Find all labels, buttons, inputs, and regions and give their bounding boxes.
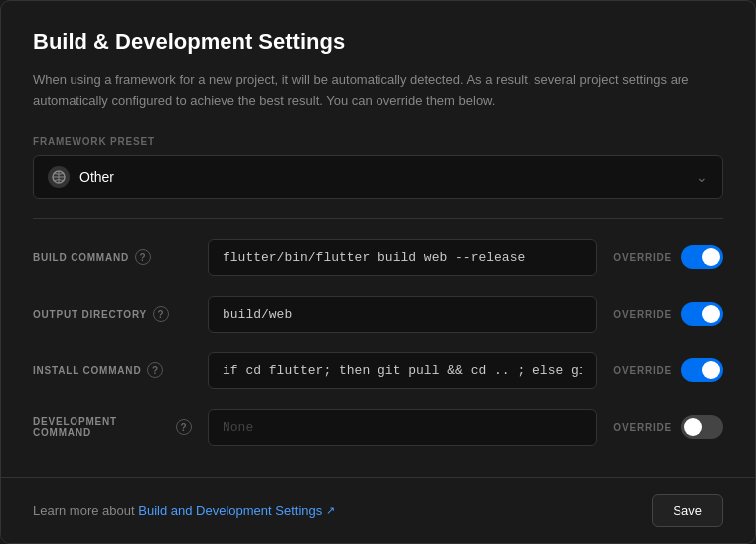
- toggle-install-command[interactable]: [681, 358, 723, 382]
- row-label-development-command: DEVELOPMENT COMMAND ?: [33, 416, 192, 438]
- settings-row-install-command: INSTALL COMMAND ? OVERRIDE: [33, 352, 723, 389]
- input-development-command[interactable]: [208, 409, 597, 446]
- override-label-output-directory: OVERRIDE: [613, 309, 672, 320]
- framework-icon: [48, 166, 70, 188]
- footer-text-prefix: Learn more about: [33, 503, 138, 518]
- framework-preset-label: FRAMEWORK PRESET: [33, 136, 723, 147]
- framework-preset-select[interactable]: Other ⌄: [33, 155, 723, 199]
- row-label-text-output-directory: OUTPUT DIRECTORY: [33, 309, 147, 320]
- override-label-build-command: OVERRIDE: [613, 252, 672, 263]
- settings-row-build-command: BUILD COMMAND ? OVERRIDE: [33, 239, 723, 276]
- override-section-build-command: OVERRIDE: [613, 245, 723, 269]
- input-install-command[interactable]: [208, 352, 597, 389]
- settings-rows: BUILD COMMAND ? OVERRIDE OUTPUT DIRECTOR…: [33, 239, 723, 446]
- toggle-output-directory[interactable]: [681, 302, 723, 326]
- settings-modal: Build & Development Settings When using …: [0, 0, 756, 544]
- modal-title: Build & Development Settings: [33, 29, 723, 55]
- override-section-output-directory: OVERRIDE: [613, 302, 723, 326]
- input-build-command[interactable]: [208, 239, 597, 276]
- toggle-build-command[interactable]: [681, 245, 723, 269]
- override-label-development-command: OVERRIDE: [613, 422, 672, 433]
- settings-row-output-directory: OUTPUT DIRECTORY ? OVERRIDE: [33, 296, 723, 333]
- input-output-directory[interactable]: [208, 296, 597, 333]
- help-icon-build-command[interactable]: ?: [135, 249, 151, 265]
- help-icon-install-command[interactable]: ?: [147, 362, 163, 378]
- divider: [33, 218, 723, 219]
- row-label-build-command: BUILD COMMAND ?: [33, 249, 192, 265]
- modal-content: Build & Development Settings When using …: [1, 1, 755, 477]
- save-button[interactable]: Save: [652, 494, 723, 527]
- toggle-knob-development-command: [684, 418, 702, 436]
- override-label-install-command: OVERRIDE: [613, 365, 672, 376]
- toggle-knob-install-command: [702, 361, 720, 379]
- toggle-knob-build-command: [702, 248, 720, 266]
- override-section-development-command: OVERRIDE: [613, 415, 723, 439]
- override-section-install-command: OVERRIDE: [613, 358, 723, 382]
- row-label-output-directory: OUTPUT DIRECTORY ?: [33, 306, 192, 322]
- modal-description: When using a framework for a new project…: [33, 70, 723, 112]
- row-label-text-install-command: INSTALL COMMAND: [33, 365, 141, 376]
- settings-row-development-command: DEVELOPMENT COMMAND ? OVERRIDE: [33, 409, 723, 446]
- chevron-down-icon: ⌄: [696, 169, 708, 185]
- row-label-text-build-command: BUILD COMMAND: [33, 252, 129, 263]
- framework-value: Other: [79, 169, 114, 185]
- modal-footer: Learn more about Build and Development S…: [1, 477, 755, 543]
- row-label-install-command: INSTALL COMMAND ?: [33, 362, 192, 378]
- footer-link-text: Build and Development Settings: [138, 503, 322, 518]
- footer-text: Learn more about Build and Development S…: [33, 503, 335, 518]
- external-link-icon: ↗: [326, 504, 335, 517]
- toggle-knob-output-directory: [702, 305, 720, 323]
- footer-link[interactable]: Build and Development Settings ↗: [138, 503, 335, 518]
- row-label-text-development-command: DEVELOPMENT COMMAND: [33, 416, 170, 438]
- help-icon-output-directory[interactable]: ?: [153, 306, 169, 322]
- toggle-development-command[interactable]: [681, 415, 723, 439]
- help-icon-development-command[interactable]: ?: [176, 419, 192, 435]
- framework-select-left: Other: [48, 166, 114, 188]
